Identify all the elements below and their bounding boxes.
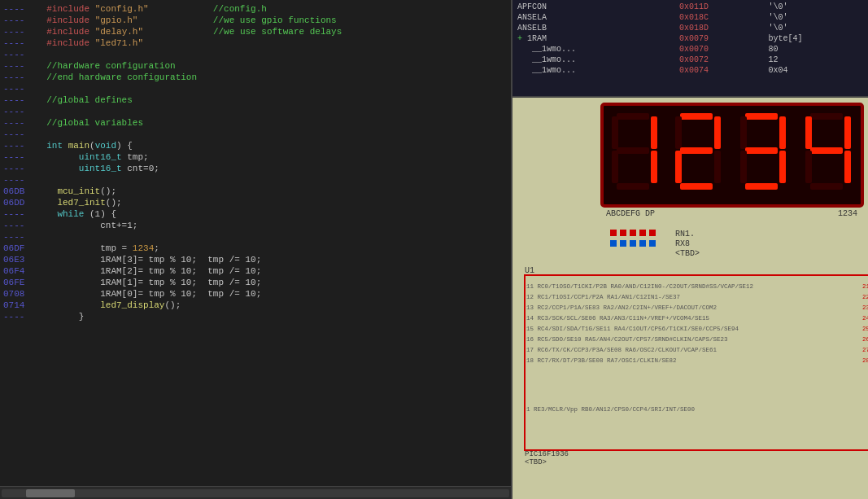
code-line: ---- [0, 83, 511, 94]
svg-rect-16 [779, 116, 786, 149]
rn-pin [649, 240, 656, 247]
svg-text:23: 23 [862, 304, 868, 311]
svg-text:16 RC5/SDO/SE10         RA5/AN: 16 RC5/SDO/SE10 RA5/AN4/C2OUT/CPS7/SRND#… [526, 336, 728, 343]
rn-pin [630, 230, 636, 236]
code-editor-panel: ---- #include "config.h" //config.h ----… [0, 0, 513, 499]
code-line: 06DB mcu_init(); [0, 186, 511, 197]
var-value: '\0' [765, 2, 866, 12]
svg-text:27: 27 [862, 347, 868, 353]
svg-text:14 RC3/SCK/SCL/SE06     RA3/AN: 14 RC3/SCK/SCL/SE06 RA3/AN3/C11N+/VREF+/… [526, 315, 710, 322]
var-value: '\0' [765, 12, 866, 23]
code-line: ---- #include "gpio.h" //we use gpio fun… [0, 15, 511, 26]
rn-pin [620, 230, 626, 236]
rn-pin [639, 240, 646, 247]
svg-text:15 RC4/SDI/SDA/T1G/SE11 RA4/C1: 15 RC4/SDI/SDA/T1G/SE11 RA4/C1OUT/CP56/T… [526, 326, 739, 332]
code-line: 06DF tmp = 1234; [0, 243, 511, 254]
code-line: ---- int main(void) { [0, 140, 511, 151]
svg-rect-24 [810, 147, 843, 154]
code-line: ---- //global defines [0, 94, 511, 106]
svg-rect-20 [745, 183, 778, 190]
svg-rect-9 [714, 116, 721, 149]
svg-text:28: 28 [862, 357, 868, 364]
segment-labels: ABCDEFG DP [606, 209, 655, 218]
code-line: ---- //end hardware configuration [0, 72, 511, 83]
variables-panel: APFCON 0x011D '\0' ANSELA 0x018C '\0' AN… [513, 0, 868, 98]
svg-rect-23 [844, 116, 851, 149]
rn-pin [610, 240, 617, 247]
svg-rect-11 [675, 151, 682, 183]
rn-pin [620, 240, 626, 247]
rn-type: RX8 [675, 239, 690, 248]
code-line: 06E3 1RAM[3]= tmp % 10; tmp /= 10; [0, 254, 511, 265]
svg-rect-19 [779, 151, 786, 183]
svg-rect-6 [617, 183, 649, 190]
svg-rect-21 [810, 113, 843, 120]
var-value: 80 [765, 44, 866, 55]
code-line: 06DD led7_init(); [0, 197, 511, 208]
var-name: ANSELB [514, 23, 676, 33]
var-name: + 1RAM [514, 33, 676, 44]
var-addr: 0x0072 [676, 55, 765, 65]
expand-icon[interactable]: + [517, 34, 522, 43]
schematic-svg: ABCDEFG DP 1234 RN1. RX8 <TBD> [513, 98, 868, 499]
code-line: ---- //global variables [0, 117, 511, 129]
code-line: ---- #include "delay.h" //we use softwar… [0, 26, 511, 37]
code-line: ---- uint16_t cnt=0; [0, 163, 511, 174]
scrollbar-track[interactable] [2, 489, 509, 497]
var-row: __1wmo... 0x0072 12 [514, 55, 866, 65]
var-addr: 0x0079 [676, 33, 765, 44]
code-content: ---- #include "config.h" //config.h ----… [0, 0, 511, 326]
horizontal-scrollbar[interactable] [0, 486, 511, 499]
svg-rect-27 [810, 183, 843, 190]
svg-text:13 RC2/CCP1/P1A/SE83    RA2/AN: 13 RC2/CCP1/P1A/SE83 RA2/AN2/C2IN+/VREF+… [526, 304, 717, 311]
var-row: + 1RAM 0x0079 byte[4] [514, 33, 866, 44]
svg-rect-15 [740, 116, 747, 149]
var-value: byte[4] [765, 33, 866, 44]
code-line: ---- cnt+=1; [0, 220, 511, 231]
code-line: 0714 led7_display(); [0, 300, 511, 311]
var-row: __1wmo... 0x0074 0x04 [514, 65, 866, 76]
var-addr: 0x011D [676, 2, 765, 12]
ic-sublabel: <TBD> [525, 458, 547, 466]
var-name: APFCON [514, 2, 676, 12]
code-line: ---- [0, 49, 511, 60]
code-line: ---- } [0, 311, 511, 322]
display-value: 1234 [838, 209, 857, 218]
var-addr: 0x018C [676, 12, 765, 23]
var-value: 0x04 [765, 65, 866, 76]
svg-rect-17 [745, 147, 778, 154]
code-line: ---- [0, 231, 511, 243]
var-row: APFCON 0x011D '\0' [514, 2, 866, 12]
code-line: ---- uint16_t tmp; [0, 151, 511, 163]
rn-label: RN1. [675, 230, 695, 239]
rn-pin [630, 240, 636, 247]
svg-rect-10 [680, 147, 713, 154]
var-row: ANSELA 0x018C '\0' [514, 12, 866, 23]
scrollbar-thumb[interactable] [26, 489, 75, 497]
svg-text:26: 26 [862, 336, 868, 343]
svg-rect-7 [680, 113, 713, 120]
code-line: 06F4 1RAM[2]= tmp % 10; tmp /= 10; [0, 265, 511, 277]
svg-rect-2 [651, 116, 657, 149]
svg-text:1 RE3/MCLR/Vpp         RB0/AN1: 1 RE3/MCLR/Vpp RB0/AN12/CPS0/CCP4/SRI/IN… [526, 406, 696, 413]
svg-text:11 RC0/T1OSO/T1CKI/P2B  RA0/AN: 11 RC0/T1OSO/T1CKI/P2B RA0/AND/C12IN0-/C… [526, 283, 753, 290]
svg-text:12 RC1/T1OSI/CCP1/P2A   RA1/AN: 12 RC1/T1OSI/CCP1/P2A RA1/AN1/C12IN1-/SE… [526, 294, 680, 300]
var-addr: 0x0074 [676, 65, 765, 76]
rn-sublabel: <TBD> [675, 249, 700, 258]
rn-pin [649, 230, 656, 236]
code-line: ---- //hardware configuration [0, 60, 511, 72]
svg-rect-1 [612, 116, 618, 149]
var-value: '\0' [765, 23, 866, 33]
code-line: ---- #include "led71.h" [0, 37, 511, 49]
schematic-area: ABCDEFG DP 1234 RN1. RX8 <TBD> [513, 98, 868, 499]
var-name: __1wmo... [514, 65, 676, 76]
code-editor[interactable]: ---- #include "config.h" //config.h ----… [0, 0, 511, 486]
vars-table: APFCON 0x011D '\0' ANSELA 0x018C '\0' AN… [514, 2, 866, 76]
svg-rect-22 [805, 116, 812, 149]
svg-text:18 RC7/RX/DT/P3B/SE08   RA7/OS: 18 RC7/RX/DT/P3B/SE08 RA7/OSC1/CLKIN/SE8… [526, 357, 677, 364]
svg-text:17 RC6/TX/CK/CCP3/P3A/SE08  RA: 17 RC6/TX/CK/CCP3/P3A/SE08 RA6/OSC2/CLKO… [526, 347, 718, 353]
ic-name: U1 [525, 266, 534, 275]
code-line: 06FE 1RAM[1]= tmp % 10; tmp /= 10; [0, 277, 511, 288]
svg-rect-5 [651, 151, 657, 183]
code-line: 0708 1RAM[0]= tmp % 10; tmp /= 10; [0, 288, 511, 300]
